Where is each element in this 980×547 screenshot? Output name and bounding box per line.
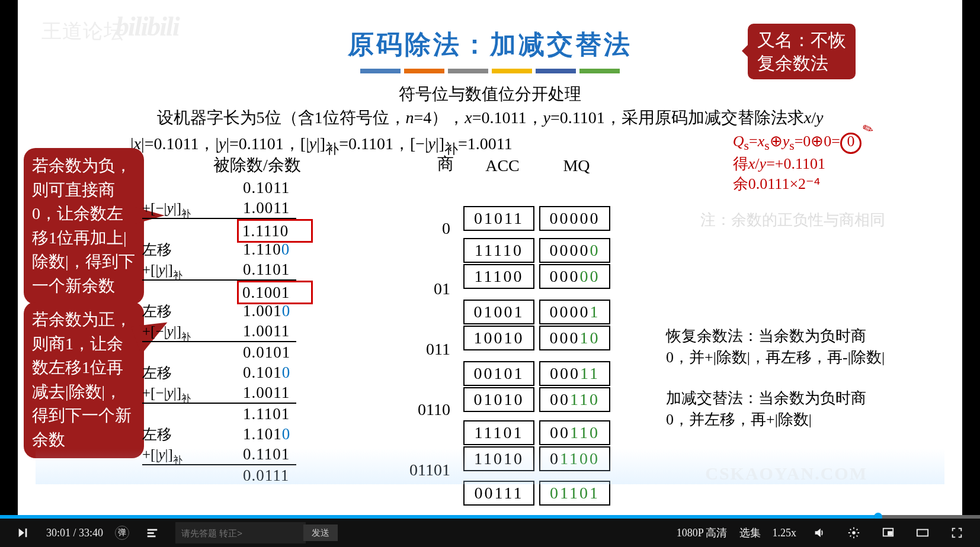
acc-cell: 01001 — [463, 300, 534, 324]
desc-separate: 符号位与数值位分开处理 — [18, 83, 962, 105]
register-row: 1110100110 — [463, 420, 610, 445]
time-display: 30:01 / 33:40 — [46, 527, 103, 539]
mq-header: MQ — [544, 156, 609, 175]
note-dim: 注：余数的正负性与商相同 — [700, 210, 885, 230]
fullscreen-icon[interactable] — [946, 526, 968, 539]
watermark-bottom: CSKAOYAN.COM — [705, 464, 867, 484]
register-row: 0101100000 — [463, 206, 610, 231]
comp-header: 被除数/余数 — [213, 154, 301, 176]
player-controls: 30:01 / 33:40 弹 发送 1080P 高清 选集 1.25x — [0, 519, 980, 547]
mq-cell: 00110 — [539, 420, 610, 445]
quotient-header: 商 — [437, 153, 454, 175]
mq-cell: 00011 — [539, 361, 610, 386]
mq-cell: 00110 — [539, 387, 610, 412]
mq-cell: 00000 — [539, 238, 610, 263]
svg-rect-6 — [917, 530, 928, 536]
comp-row: +[−|y|]补1.0011 — [142, 321, 313, 341]
widescreen-icon[interactable] — [911, 526, 934, 539]
acc-cell: 01010 — [463, 387, 534, 412]
quotient-value: 011 — [426, 340, 450, 359]
bubble-negative-remainder: 若余数为负，则可直接商0，让余数左移1位再加上|除数|，得到下一个新余数 — [24, 148, 144, 304]
note-restore-method: 恢复余数法：当余数为负时商0，并+|除数|，再左移，再-|除数| — [666, 326, 885, 369]
acc-cell: 11101 — [463, 420, 534, 445]
playlist-button[interactable]: 选集 — [739, 526, 761, 540]
acc-cell: 10010 — [463, 326, 534, 350]
comp-row: 左移1.1010 — [142, 424, 313, 444]
comp-row: 左移0.1010 — [142, 362, 313, 382]
register-row: 1001000010 — [463, 326, 610, 350]
registers-table: ACC MQ 010110000011110000001110000000010… — [463, 156, 609, 175]
acc-cell: 11110 — [463, 238, 534, 263]
acc-header: ACC — [463, 156, 542, 175]
danmaku-input[interactable] — [175, 522, 306, 543]
sign-result: Qs=xs⊕ys=0⊕0=0 得x/y=+0.1101 余0.0111×2⁻⁴ — [733, 131, 861, 194]
mq-cell: 00001 — [539, 300, 610, 324]
comp-row: 0.0101 — [142, 342, 313, 362]
register-row: 0010100011 — [463, 361, 610, 386]
pip-icon[interactable] — [877, 526, 899, 539]
mq-cell: 01101 — [539, 481, 610, 506]
comp-row: 0.1011 — [142, 178, 313, 198]
comp-row: 左移1.1100 — [142, 239, 313, 259]
mq-cell: 00010 — [539, 326, 610, 350]
register-row: 0100100001 — [463, 300, 610, 324]
computation-column: 被除数/余数 0.1011+[−|y|]补1.00111.1110左移1.110… — [142, 154, 313, 485]
settings-icon[interactable] — [843, 526, 865, 539]
register-row: 0011101101 — [463, 481, 610, 506]
quotient-value: 01 — [434, 279, 450, 298]
comp-row: +[|y|]补0.1101 — [142, 259, 313, 279]
svg-rect-2 — [148, 536, 156, 538]
register-row: 1110000000 — [463, 264, 610, 289]
problem-statement: 设机器字长为5位（含1位符号位，n=4），x=0.1011，y=0.1101，采… — [18, 107, 962, 129]
svg-rect-0 — [148, 529, 158, 531]
comp-row: 左移1.0010 — [142, 301, 313, 321]
slide-stage: 王道论坛 bilibili 原码除法：加减交替法 又名：不恢 复余数法 符号位与… — [18, 0, 962, 516]
bubble-positive-remainder: 若余数为正，则商1，让余数左移1位再减去|除数|，得到下一个新余数 — [24, 302, 144, 458]
danmaku-settings-icon[interactable] — [141, 526, 164, 539]
danmaku-toggle[interactable]: 弹 — [115, 526, 129, 540]
note-alternate-method: 加减交替法：当余数为负时商0，并左移，再+|除数| — [666, 388, 885, 431]
quotient-value: 0 — [442, 219, 450, 238]
acc-cell: 01011 — [463, 206, 534, 231]
volume-icon[interactable] — [808, 526, 831, 539]
comp-row: 1.1101 — [142, 404, 313, 424]
svg-point-3 — [852, 531, 856, 535]
register-row: 0101000110 — [463, 387, 610, 412]
quality-selector[interactable]: 1080P 高清 — [677, 526, 728, 540]
acc-cell: 00111 — [463, 481, 534, 506]
callout-alt-name: 又名：不恢 复余数法 — [748, 24, 856, 79]
svg-rect-1 — [148, 532, 154, 534]
comp-row: 1.1110 — [142, 219, 313, 239]
comp-row: +[−|y|]补1.0011 — [142, 382, 313, 403]
register-row: 1111000000 — [463, 238, 610, 263]
mq-cell: 00000 — [539, 206, 610, 231]
play-next-button[interactable] — [12, 526, 34, 539]
quotient-value: 0110 — [418, 400, 450, 419]
comp-row: +[−|y|]补1.0011 — [142, 198, 313, 218]
acc-cell: 00101 — [463, 361, 534, 386]
speed-selector[interactable]: 1.25x — [773, 527, 797, 539]
danmaku-input-wrap: 发送 — [175, 522, 338, 543]
svg-rect-5 — [888, 532, 892, 535]
danmaku-send-button[interactable]: 发送 — [303, 525, 338, 541]
mq-cell: 00000 — [539, 264, 610, 289]
comp-row: 0.1001 — [142, 281, 313, 301]
acc-cell: 11100 — [463, 264, 534, 289]
